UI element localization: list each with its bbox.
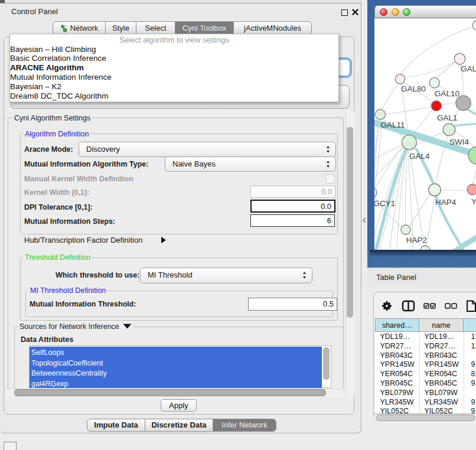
svg-text:SWI4: SWI4 (449, 138, 469, 146)
svg-text:GAL11: GAL11 (381, 120, 405, 129)
svg-text:YEL: YEL (471, 197, 476, 206)
svg-text:GAL7: GAL7 (461, 64, 476, 73)
svg-text:GAL80: GAL80 (401, 84, 426, 93)
svg-text:HAP4: HAP4 (435, 198, 457, 207)
svg-text:GAL10: GAL10 (435, 89, 459, 98)
svg-text:GAL1: GAL1 (437, 113, 458, 122)
svg-text:GCY1: GCY1 (374, 199, 395, 208)
svg-text:GAL4: GAL4 (409, 152, 430, 161)
svg-text:HAP2: HAP2 (406, 236, 427, 244)
